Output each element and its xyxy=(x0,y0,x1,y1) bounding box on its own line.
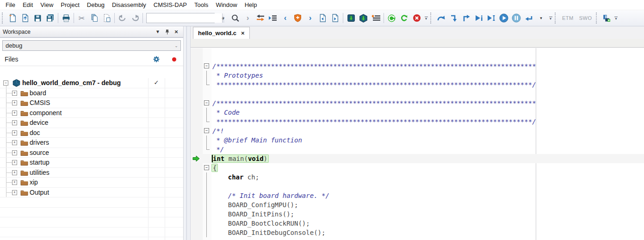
configuration-select[interactable]: debug ⌄ xyxy=(2,40,181,51)
expand-icon[interactable]: + xyxy=(12,160,17,165)
code-line-3[interactable]: ****************************************… xyxy=(191,80,644,89)
expand-icon[interactable]: + xyxy=(12,190,17,195)
code-line-4[interactable] xyxy=(191,89,644,98)
toolbar-overflow-icon[interactable]: ▾ xyxy=(547,12,554,24)
expand-icon[interactable]: + xyxy=(12,180,17,185)
code-line-2[interactable]: * Prototypes xyxy=(191,71,644,80)
fold-collapse-icon[interactable]: − xyxy=(204,165,209,170)
toolbar-grip[interactable] xyxy=(555,12,557,24)
find-previous-icon[interactable]: ‹ xyxy=(217,12,229,24)
file-previous-icon[interactable] xyxy=(316,12,329,24)
paste-icon[interactable] xyxy=(100,12,113,24)
find-next-icon[interactable]: › xyxy=(242,12,254,24)
trace-config-icon[interactable] xyxy=(601,12,613,24)
expand-icon[interactable]: + xyxy=(12,100,17,105)
make-icon[interactable] xyxy=(385,12,398,24)
fold-collapse-icon[interactable]: − xyxy=(204,100,209,105)
undo-icon[interactable] xyxy=(116,12,129,24)
tree-item-source[interactable]: +source xyxy=(0,148,183,158)
menu-window[interactable]: Window xyxy=(212,0,241,9)
menu-cmsis-dap[interactable]: CMSIS-DAP xyxy=(150,0,191,9)
goto-definition-icon[interactable] xyxy=(266,12,279,24)
code-line-11[interactable]: int main(void) xyxy=(191,154,644,163)
collapse-icon[interactable]: − xyxy=(3,80,8,86)
code-line-8[interactable]: −/*! xyxy=(191,126,644,135)
copy-icon[interactable] xyxy=(88,12,100,24)
expand-icon[interactable]: + xyxy=(12,91,17,96)
tree-item-device[interactable]: +device xyxy=(0,118,183,128)
breakpoints-list-icon[interactable] xyxy=(370,12,382,24)
tree-item-doc[interactable]: +doc xyxy=(0,128,183,138)
new-file-icon[interactable]: + xyxy=(6,12,19,24)
fold-collapse-icon[interactable]: − xyxy=(204,63,209,68)
pin-icon[interactable] xyxy=(163,28,171,36)
run-to-cursor-icon[interactable] xyxy=(485,12,497,24)
open-file-icon[interactable] xyxy=(19,12,31,24)
save-all-icon[interactable] xyxy=(44,12,56,24)
search-icon[interactable] xyxy=(229,12,242,24)
code-line-7[interactable]: ****************************************… xyxy=(191,117,644,126)
tree-item-drivers[interactable]: +drivers xyxy=(0,138,183,148)
redo-icon[interactable] xyxy=(129,12,141,24)
code-area[interactable]: −/**************************************… xyxy=(191,48,644,240)
code-line-5[interactable]: −/**************************************… xyxy=(191,98,644,108)
toolbar-overflow-icon[interactable]: ▾ xyxy=(613,12,619,24)
tree-item-startup[interactable]: +startup xyxy=(0,158,183,168)
code-line-17[interactable]: BOARD_InitPins(); xyxy=(191,209,644,219)
step-over-icon[interactable] xyxy=(435,12,447,24)
expand-icon[interactable]: + xyxy=(12,111,17,116)
code-line-19[interactable]: BOARD_InitDebugConsole(); xyxy=(191,228,644,237)
toolbar-grip[interactable] xyxy=(430,12,433,24)
go-icon[interactable] xyxy=(497,12,510,24)
toolbar-overflow-icon[interactable]: ▾ xyxy=(423,12,429,24)
tree-root-project[interactable]: −hello_world_demo_cm7 - debug✓ xyxy=(0,78,183,88)
step-out-icon[interactable] xyxy=(460,12,472,24)
reset-dropdown-icon[interactable]: ▾ xyxy=(535,12,547,24)
fold-collapse-icon[interactable]: − xyxy=(204,128,209,133)
break-icon[interactable] xyxy=(510,12,522,24)
next-statement-icon[interactable] xyxy=(472,12,485,24)
menu-view[interactable]: View xyxy=(37,0,57,9)
close-icon[interactable]: × xyxy=(172,28,180,36)
menu-disassembly[interactable]: Disassembly xyxy=(108,0,150,9)
reset-icon[interactable] xyxy=(522,12,535,24)
expand-icon[interactable]: + xyxy=(12,130,17,135)
navigate-swap-icon[interactable] xyxy=(254,12,266,24)
code-line-15[interactable]: /* Init board hardware. */ xyxy=(191,191,644,200)
menu-help[interactable]: Help xyxy=(241,0,261,9)
save-icon[interactable] xyxy=(31,12,44,24)
panel-menu-icon[interactable]: ▼ xyxy=(154,28,162,36)
code-line-9[interactable]: * @brief Main function xyxy=(191,135,644,145)
stop-build-icon[interactable] xyxy=(410,12,423,24)
panel-splitter[interactable] xyxy=(184,26,191,240)
expand-icon[interactable]: + xyxy=(12,120,17,125)
tree-item-board[interactable]: +board xyxy=(0,88,183,98)
code-line-10[interactable]: */ xyxy=(191,145,644,154)
compile-icon[interactable] xyxy=(398,12,410,24)
code-line-1[interactable]: −/**************************************… xyxy=(191,62,644,71)
expand-icon[interactable]: + xyxy=(12,150,17,155)
breakpoint-shield-icon[interactable] xyxy=(291,12,304,24)
tab-hello-world-c[interactable]: hello_world.c × xyxy=(193,27,250,39)
code-line-13[interactable]: char ch; xyxy=(191,172,644,182)
cut-icon[interactable]: ✂ xyxy=(75,12,88,24)
print-icon[interactable] xyxy=(60,12,72,24)
tree-item-output[interactable]: +Output xyxy=(0,188,183,198)
download-icon[interactable] xyxy=(345,12,357,24)
code-line-16[interactable]: BOARD_ConfigMPU(); xyxy=(191,200,644,209)
expand-icon[interactable]: + xyxy=(12,170,17,175)
menu-debug[interactable]: Debug xyxy=(83,0,108,9)
bookmark-previous-icon[interactable]: ‹ xyxy=(279,12,291,24)
code-line-18[interactable]: BOARD_BootClockRUN(); xyxy=(191,219,644,228)
file-next-icon[interactable] xyxy=(329,12,341,24)
code-line-6[interactable]: * Code xyxy=(191,108,644,117)
download-and-debug-icon[interactable] xyxy=(357,12,370,24)
menu-file[interactable]: File xyxy=(2,0,19,9)
menu-project[interactable]: Project xyxy=(57,0,83,9)
search-combo[interactable]: ▾ xyxy=(146,13,215,23)
code-line-14[interactable] xyxy=(191,182,644,191)
menu-edit[interactable]: Edit xyxy=(19,0,37,9)
tree-item-component[interactable]: +component xyxy=(0,108,183,118)
etm-button[interactable]: ETM xyxy=(559,13,576,23)
expand-icon[interactable]: + xyxy=(12,140,17,145)
